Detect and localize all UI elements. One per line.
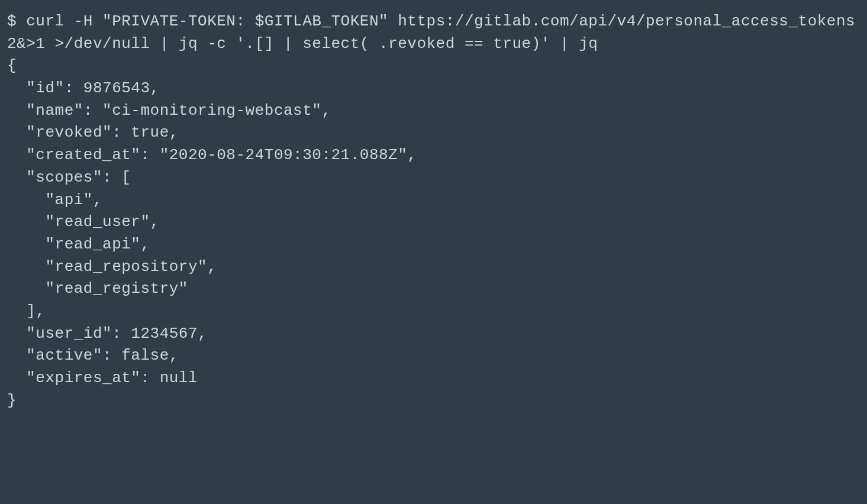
shell-command: curl -H "PRIVATE-TOKEN: $GITLAB_TOKEN" h…	[7, 12, 865, 53]
shell-prompt: $	[7, 12, 26, 30]
terminal-output: $ curl -H "PRIVATE-TOKEN: $GITLAB_TOKEN"…	[0, 0, 867, 422]
json-output: { "id": 9876543, "name": "ci-monitoring-…	[7, 57, 417, 409]
